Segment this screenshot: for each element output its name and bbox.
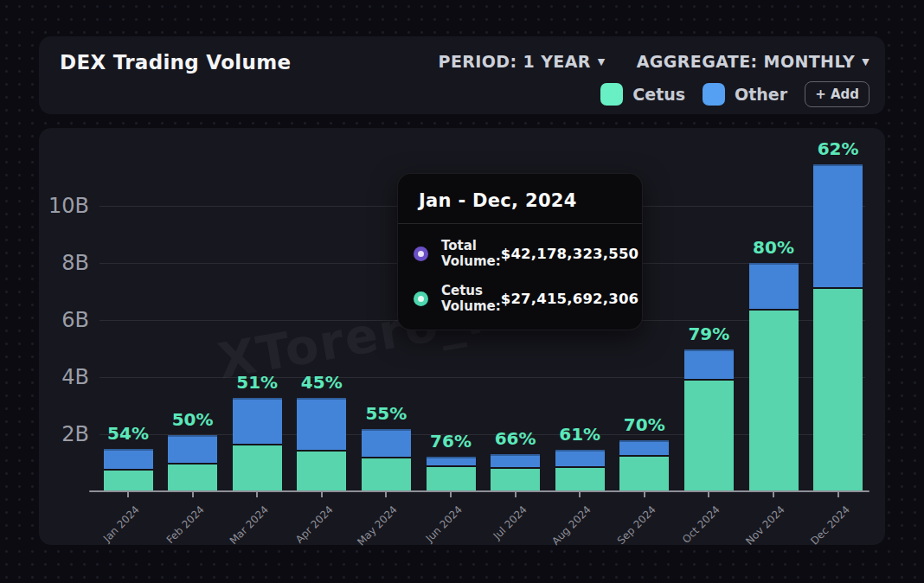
x-axis-label: Sep 2024 [615,503,658,547]
x-axis-tick [515,492,517,497]
x-axis-label: Oct 2024 [680,503,722,546]
y-axis-tick-label: 4B [39,365,89,389]
y-axis-tick-label: 10B [39,194,89,218]
y-axis-tick-label: 6B [39,308,89,332]
bar-segment-cetus [168,463,217,491]
tooltip-value: $42,178,323,550 [501,246,639,262]
x-axis-label: Jul 2024 [491,503,529,541]
bar-segment-cetus [619,455,669,491]
bar-percent-label: 70% [624,414,665,435]
x-axis-tick [256,492,258,497]
chevron-down-icon: ▼ [598,56,606,67]
bar-segment-cetus [233,444,282,491]
y-axis-tick-label: 2B [39,422,89,446]
bar-percent-label: 62% [818,138,859,159]
bar-dec-2024[interactable]: 62% [813,164,863,491]
chart-card: XTorero_Ru 10B8B6B4B2B54%50%51%45%55%76%… [39,128,885,545]
x-axis-line [89,490,869,492]
aggregate-dropdown-label: AGGREGATE: MONTHLY [637,52,855,71]
tooltip-body: Total Volume: $42,178,323,550 Cetus Volu… [398,224,642,330]
x-axis-tick [708,492,709,497]
bar-segment-cetus [555,466,605,491]
bar-percent-label: 55% [365,403,407,424]
bar-segment-cetus [362,457,411,491]
x-axis-tick [321,492,323,497]
x-axis-label: Aug 2024 [549,503,594,548]
tooltip-title: Jan - Dec, 2024 [398,174,642,223]
x-axis-label: Jun 2024 [423,503,464,544]
x-axis-label: Jan 2024 [101,503,142,544]
bar-apr-2024[interactable]: 45% [297,398,346,491]
bar-may-2024[interactable]: 55% [362,429,411,491]
bar-mar-2024[interactable]: 51% [233,398,282,491]
bar-segment-cetus [749,309,799,491]
legend-label-cetus: Cetus [632,85,685,104]
bar-percent-label: 50% [172,409,214,430]
header-controls: PERIOD: 1 YEAR ▼ AGGREGATE: MONTHLY ▼ [439,52,869,71]
x-axis-label: Mar 2024 [228,503,271,547]
screen: DEX Trading Volume PERIOD: 1 YEAR ▼ AGGR… [0,0,924,583]
x-axis-label: May 2024 [356,503,401,548]
other-swatch-icon [703,83,725,106]
bar-percent-label: 61% [559,424,600,445]
bar-segment-cetus [104,469,153,491]
bar-percent-label: 45% [301,372,343,393]
bar-segment-cetus [813,287,863,491]
chart-tooltip: Jan - Dec, 2024 Total Volume: $42,178,32… [397,173,643,330]
header-card: DEX Trading Volume PERIOD: 1 YEAR ▼ AGGR… [39,36,885,114]
x-axis-tick [192,492,194,497]
aggregate-dropdown[interactable]: AGGREGATE: MONTHLY ▼ [637,52,869,71]
x-axis-tick [644,492,645,497]
x-axis-tick [773,492,774,497]
x-axis-label: Apr 2024 [293,503,336,546]
x-axis-tick [127,492,129,497]
bar-oct-2024[interactable]: 79% [684,349,734,491]
chevron-down-icon: ▼ [862,56,869,67]
bar-sep-2024[interactable]: 70% [619,440,669,491]
x-axis-tick [837,492,839,497]
bar-segment-cetus [684,379,734,491]
x-axis-label: Nov 2024 [743,503,787,548]
period-dropdown[interactable]: PERIOD: 1 YEAR ▼ [439,52,606,71]
bar-percent-label: 54% [107,423,149,444]
tooltip-row-cetus: Cetus Volume: $27,415,692,306 [414,283,625,314]
total-volume-dot-icon [414,247,428,261]
bar-aug-2024[interactable]: 61% [555,450,605,491]
y-axis-tick-label: 8B [39,251,89,275]
tooltip-label: Total Volume: [441,238,501,269]
period-dropdown-label: PERIOD: 1 YEAR [439,52,591,71]
legend-item-cetus[interactable]: Cetus [600,83,685,106]
cetus-swatch-icon [600,83,623,106]
legend-label-other: Other [735,85,787,104]
bar-percent-label: 79% [688,324,729,344]
x-axis-tick [385,492,387,497]
add-series-button[interactable]: + Add [805,81,869,107]
bar-percent-label: 76% [430,431,472,452]
legend: Cetus Other + Add [600,81,869,107]
x-axis-label: Feb 2024 [164,503,206,546]
bar-percent-label: 51% [236,372,278,393]
bar-jan-2024[interactable]: 54% [104,449,153,491]
tooltip-value: $27,415,692,306 [501,291,639,307]
bar-segment-cetus [491,467,540,491]
tooltip-row-total: Total Volume: $42,178,323,550 [414,238,625,269]
bar-nov-2024[interactable]: 80% [749,263,799,491]
legend-item-other[interactable]: Other [703,83,787,106]
x-axis-tick [450,492,452,497]
cetus-volume-dot-icon [414,292,428,306]
bar-percent-label: 80% [753,237,794,258]
bar-feb-2024[interactable]: 50% [168,435,217,491]
bar-percent-label: 66% [495,428,536,449]
bar-segment-cetus [427,465,476,491]
bar-jun-2024[interactable]: 76% [427,457,476,491]
x-axis-label: Dec 2024 [808,503,852,548]
bar-jul-2024[interactable]: 66% [491,454,540,491]
tooltip-label: Cetus Volume: [441,283,501,314]
x-axis-tick [579,492,581,497]
page-title: DEX Trading Volume [60,51,291,74]
bar-segment-cetus [297,450,346,492]
